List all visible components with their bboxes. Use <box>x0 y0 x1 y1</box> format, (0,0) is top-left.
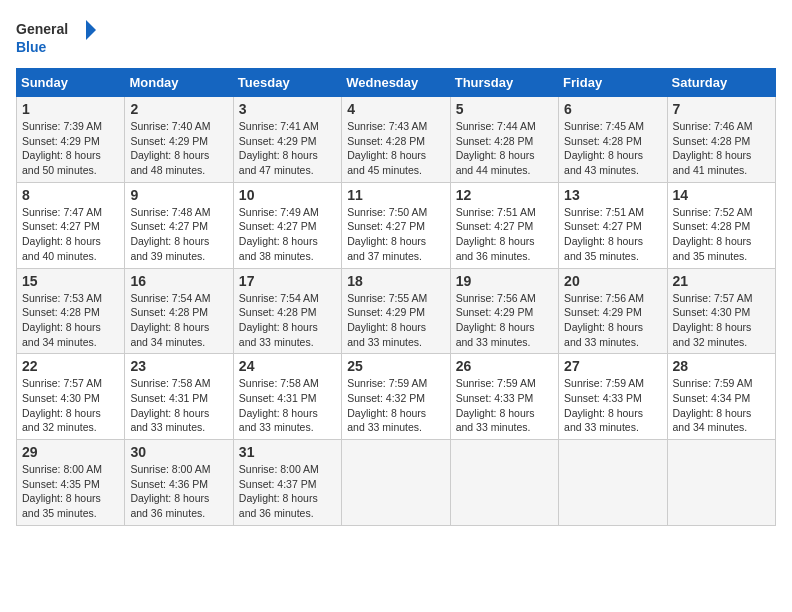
day-number: 24 <box>239 358 336 374</box>
day-number: 15 <box>22 273 119 289</box>
day-number: 23 <box>130 358 227 374</box>
day-number: 9 <box>130 187 227 203</box>
day-number: 12 <box>456 187 553 203</box>
day-info: Sunrise: 7:58 AMSunset: 4:31 PMDaylight:… <box>239 376 336 435</box>
day-number: 22 <box>22 358 119 374</box>
day-info: Sunrise: 8:00 AMSunset: 4:36 PMDaylight:… <box>130 462 227 521</box>
day-cell: 31Sunrise: 8:00 AMSunset: 4:37 PMDayligh… <box>233 440 341 526</box>
day-info: Sunrise: 7:48 AMSunset: 4:27 PMDaylight:… <box>130 205 227 264</box>
day-info: Sunrise: 7:51 AMSunset: 4:27 PMDaylight:… <box>456 205 553 264</box>
day-number: 29 <box>22 444 119 460</box>
day-number: 21 <box>673 273 770 289</box>
day-info: Sunrise: 7:44 AMSunset: 4:28 PMDaylight:… <box>456 119 553 178</box>
day-info: Sunrise: 7:55 AMSunset: 4:29 PMDaylight:… <box>347 291 444 350</box>
weekday-header-thursday: Thursday <box>450 69 558 97</box>
svg-text:Blue: Blue <box>16 39 47 55</box>
logo: General Blue <box>16 16 96 60</box>
day-cell: 21Sunrise: 7:57 AMSunset: 4:30 PMDayligh… <box>667 268 775 354</box>
day-info: Sunrise: 8:00 AMSunset: 4:37 PMDaylight:… <box>239 462 336 521</box>
day-info: Sunrise: 7:59 AMSunset: 4:33 PMDaylight:… <box>564 376 661 435</box>
day-number: 8 <box>22 187 119 203</box>
day-cell: 30Sunrise: 8:00 AMSunset: 4:36 PMDayligh… <box>125 440 233 526</box>
day-number: 3 <box>239 101 336 117</box>
day-cell: 19Sunrise: 7:56 AMSunset: 4:29 PMDayligh… <box>450 268 558 354</box>
weekday-header-sunday: Sunday <box>17 69 125 97</box>
day-number: 6 <box>564 101 661 117</box>
day-number: 18 <box>347 273 444 289</box>
day-number: 13 <box>564 187 661 203</box>
day-cell: 17Sunrise: 7:54 AMSunset: 4:28 PMDayligh… <box>233 268 341 354</box>
day-info: Sunrise: 7:52 AMSunset: 4:28 PMDaylight:… <box>673 205 770 264</box>
day-cell: 7Sunrise: 7:46 AMSunset: 4:28 PMDaylight… <box>667 97 775 183</box>
day-cell: 29Sunrise: 8:00 AMSunset: 4:35 PMDayligh… <box>17 440 125 526</box>
day-number: 7 <box>673 101 770 117</box>
day-cell: 5Sunrise: 7:44 AMSunset: 4:28 PMDaylight… <box>450 97 558 183</box>
day-cell: 27Sunrise: 7:59 AMSunset: 4:33 PMDayligh… <box>559 354 667 440</box>
day-cell: 6Sunrise: 7:45 AMSunset: 4:28 PMDaylight… <box>559 97 667 183</box>
day-cell: 3Sunrise: 7:41 AMSunset: 4:29 PMDaylight… <box>233 97 341 183</box>
weekday-header-monday: Monday <box>125 69 233 97</box>
day-cell: 13Sunrise: 7:51 AMSunset: 4:27 PMDayligh… <box>559 182 667 268</box>
day-cell: 2Sunrise: 7:40 AMSunset: 4:29 PMDaylight… <box>125 97 233 183</box>
day-cell: 28Sunrise: 7:59 AMSunset: 4:34 PMDayligh… <box>667 354 775 440</box>
day-cell: 20Sunrise: 7:56 AMSunset: 4:29 PMDayligh… <box>559 268 667 354</box>
day-number: 25 <box>347 358 444 374</box>
day-number: 1 <box>22 101 119 117</box>
day-number: 20 <box>564 273 661 289</box>
day-info: Sunrise: 7:43 AMSunset: 4:28 PMDaylight:… <box>347 119 444 178</box>
day-info: Sunrise: 7:56 AMSunset: 4:29 PMDaylight:… <box>564 291 661 350</box>
day-info: Sunrise: 7:49 AMSunset: 4:27 PMDaylight:… <box>239 205 336 264</box>
day-info: Sunrise: 7:59 AMSunset: 4:34 PMDaylight:… <box>673 376 770 435</box>
day-cell: 10Sunrise: 7:49 AMSunset: 4:27 PMDayligh… <box>233 182 341 268</box>
day-number: 5 <box>456 101 553 117</box>
day-cell <box>450 440 558 526</box>
day-info: Sunrise: 7:57 AMSunset: 4:30 PMDaylight:… <box>673 291 770 350</box>
weekday-header-wednesday: Wednesday <box>342 69 450 97</box>
day-cell <box>559 440 667 526</box>
week-row-1: 1Sunrise: 7:39 AMSunset: 4:29 PMDaylight… <box>17 97 776 183</box>
week-row-4: 22Sunrise: 7:57 AMSunset: 4:30 PMDayligh… <box>17 354 776 440</box>
day-info: Sunrise: 7:54 AMSunset: 4:28 PMDaylight:… <box>239 291 336 350</box>
day-cell <box>667 440 775 526</box>
day-cell: 23Sunrise: 7:58 AMSunset: 4:31 PMDayligh… <box>125 354 233 440</box>
weekday-header-tuesday: Tuesday <box>233 69 341 97</box>
day-number: 16 <box>130 273 227 289</box>
header: General Blue <box>16 16 776 60</box>
day-number: 19 <box>456 273 553 289</box>
weekday-header-row: SundayMondayTuesdayWednesdayThursdayFrid… <box>17 69 776 97</box>
day-info: Sunrise: 7:54 AMSunset: 4:28 PMDaylight:… <box>130 291 227 350</box>
day-info: Sunrise: 7:41 AMSunset: 4:29 PMDaylight:… <box>239 119 336 178</box>
day-info: Sunrise: 7:47 AMSunset: 4:27 PMDaylight:… <box>22 205 119 264</box>
day-cell: 4Sunrise: 7:43 AMSunset: 4:28 PMDaylight… <box>342 97 450 183</box>
day-number: 14 <box>673 187 770 203</box>
day-info: Sunrise: 7:46 AMSunset: 4:28 PMDaylight:… <box>673 119 770 178</box>
svg-marker-2 <box>86 20 96 40</box>
weekday-header-friday: Friday <box>559 69 667 97</box>
day-cell: 1Sunrise: 7:39 AMSunset: 4:29 PMDaylight… <box>17 97 125 183</box>
day-number: 2 <box>130 101 227 117</box>
day-cell: 11Sunrise: 7:50 AMSunset: 4:27 PMDayligh… <box>342 182 450 268</box>
day-number: 28 <box>673 358 770 374</box>
day-info: Sunrise: 7:50 AMSunset: 4:27 PMDaylight:… <box>347 205 444 264</box>
day-cell: 9Sunrise: 7:48 AMSunset: 4:27 PMDaylight… <box>125 182 233 268</box>
day-info: Sunrise: 7:53 AMSunset: 4:28 PMDaylight:… <box>22 291 119 350</box>
day-cell: 8Sunrise: 7:47 AMSunset: 4:27 PMDaylight… <box>17 182 125 268</box>
weekday-header-saturday: Saturday <box>667 69 775 97</box>
day-info: Sunrise: 8:00 AMSunset: 4:35 PMDaylight:… <box>22 462 119 521</box>
day-cell: 16Sunrise: 7:54 AMSunset: 4:28 PMDayligh… <box>125 268 233 354</box>
week-row-5: 29Sunrise: 8:00 AMSunset: 4:35 PMDayligh… <box>17 440 776 526</box>
day-cell: 18Sunrise: 7:55 AMSunset: 4:29 PMDayligh… <box>342 268 450 354</box>
day-number: 10 <box>239 187 336 203</box>
calendar: SundayMondayTuesdayWednesdayThursdayFrid… <box>16 68 776 526</box>
day-cell: 14Sunrise: 7:52 AMSunset: 4:28 PMDayligh… <box>667 182 775 268</box>
day-cell <box>342 440 450 526</box>
day-number: 26 <box>456 358 553 374</box>
day-info: Sunrise: 7:59 AMSunset: 4:32 PMDaylight:… <box>347 376 444 435</box>
day-info: Sunrise: 7:57 AMSunset: 4:30 PMDaylight:… <box>22 376 119 435</box>
day-number: 11 <box>347 187 444 203</box>
day-number: 30 <box>130 444 227 460</box>
calendar-body: 1Sunrise: 7:39 AMSunset: 4:29 PMDaylight… <box>17 97 776 526</box>
day-info: Sunrise: 7:56 AMSunset: 4:29 PMDaylight:… <box>456 291 553 350</box>
day-info: Sunrise: 7:51 AMSunset: 4:27 PMDaylight:… <box>564 205 661 264</box>
day-cell: 25Sunrise: 7:59 AMSunset: 4:32 PMDayligh… <box>342 354 450 440</box>
